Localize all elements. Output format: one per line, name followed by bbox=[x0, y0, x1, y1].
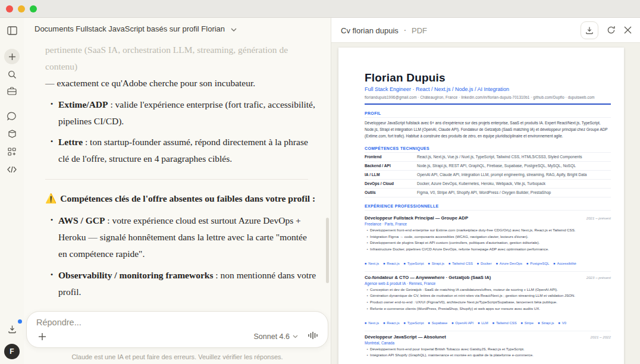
skill-tag: LLM bbox=[478, 321, 488, 325]
skill-tag: TypeScript bbox=[404, 321, 424, 325]
skill-tag: Stripe bbox=[521, 321, 534, 325]
skill-tag: Strapi.js bbox=[538, 321, 554, 325]
job-title: Développeur Fullstack Principal — Groupe… bbox=[365, 215, 468, 221]
search-icon[interactable] bbox=[4, 67, 20, 82]
notification-dot bbox=[18, 319, 22, 324]
skill-tag: Azure DevOps bbox=[496, 262, 522, 265]
warning-heading: ⚠️Compétences clés de l'offre absentes o… bbox=[45, 190, 316, 208]
job-period: 2023 – présent bbox=[586, 275, 611, 280]
bullet-text: : ton startup-founder assumé, répond dir… bbox=[58, 137, 308, 164]
chat-message-area[interactable]: pertinente (SaaS IA, orchestration LLM, … bbox=[24, 39, 331, 305]
bullet-lead: AWS / GCP bbox=[58, 215, 105, 225]
preview-title: Cv florian dupuis bbox=[341, 26, 399, 35]
bullet-lead: Extime/ADP bbox=[58, 99, 108, 109]
job-tags: Next.jsReact.jsTypeScriptSupabaseOpenAI … bbox=[365, 313, 611, 329]
model-selector[interactable]: Sonnet 4.6 bbox=[254, 332, 298, 341]
download-pdf-button[interactable] bbox=[581, 21, 598, 39]
refresh-button[interactable] bbox=[607, 26, 616, 34]
downloads-icon[interactable] bbox=[4, 321, 20, 337]
reply-input[interactable] bbox=[36, 318, 318, 327]
pdf-viewport[interactable]: Florian Dupuis Full Stack Engineer · Rea… bbox=[331, 43, 640, 364]
skill-category: Backend / API bbox=[365, 164, 417, 168]
profil-text: Développeur JavaScript fullstack avec 6+… bbox=[365, 120, 611, 140]
projects-icon[interactable] bbox=[4, 83, 20, 99]
connectors-icon[interactable] bbox=[4, 144, 20, 159]
job-bullet: •Développement de plugins Strapi et API … bbox=[365, 240, 611, 246]
minimize-window-button[interactable] bbox=[18, 5, 25, 12]
app-window: F Documents Fullstack JavaScript basés s… bbox=[0, 0, 640, 364]
job-bullet: •Développement front-end enterprise sur … bbox=[365, 227, 611, 234]
section-heading-skills: COMPÉTENCES TECHNIQUES bbox=[365, 146, 611, 153]
job-title: Développeur JavaScript — Absolunet bbox=[365, 334, 446, 340]
skill-category: IA / LLM bbox=[365, 172, 417, 177]
chevron-down-icon bbox=[293, 335, 298, 338]
attach-plus-icon[interactable] bbox=[36, 331, 48, 343]
sidebar-rail: F bbox=[0, 18, 24, 364]
job-bullet: •Product owner end-to-end : UX/UI (Figma… bbox=[365, 299, 611, 306]
skill-tag: OpenAI API bbox=[451, 321, 473, 325]
job-tags: GatsbyJSReact.jsTypeScriptShopifyGraphQL… bbox=[365, 360, 611, 364]
zoom-window-button[interactable] bbox=[30, 5, 37, 12]
job-entry: Co-fondateur & CTO — Anywwwhere · Getzat… bbox=[365, 271, 611, 329]
user-avatar[interactable]: F bbox=[4, 344, 20, 359]
skills-table: FrontendReact.js, Next.js, Vue.js / Nuxt… bbox=[365, 153, 611, 197]
job-bullet: •Développement front-end pour Imperial B… bbox=[365, 346, 611, 353]
skill-list: OpenAI API, Claude API, intégration LLM,… bbox=[417, 172, 586, 177]
table-row: DevOps / CloudDocker, Azure DevOps, Kube… bbox=[365, 180, 611, 189]
chat-scrollbar[interactable] bbox=[326, 218, 329, 283]
code-icon[interactable] bbox=[4, 162, 20, 177]
table-row: OutilsFigma, V0, Stripe API, Shopify API… bbox=[365, 189, 611, 197]
skill-tag: Next.js bbox=[365, 321, 379, 325]
skill-tag: React.js bbox=[383, 321, 399, 325]
composer[interactable]: Sonnet 4.6 bbox=[26, 311, 328, 348]
skill-tag: Tailwind CSS bbox=[448, 262, 473, 265]
close-preview-button[interactable] bbox=[624, 26, 632, 34]
table-row: FrontendReact.js, Next.js, Vue.js / Nuxt… bbox=[365, 153, 611, 162]
job-bullet: •Intégration API Shopify (GraphQL), main… bbox=[365, 352, 611, 359]
skill-category: DevOps / Cloud bbox=[365, 181, 417, 186]
download-icon bbox=[585, 26, 594, 34]
skill-tag: Accessibilité bbox=[553, 262, 576, 265]
bullet-marker: • bbox=[45, 134, 58, 167]
resume-headline: Full Stack Engineer · React / Next.js / … bbox=[365, 86, 611, 92]
resume-name: Florian Dupuis bbox=[365, 71, 611, 84]
chats-icon[interactable] bbox=[4, 108, 20, 124]
voice-input-icon[interactable] bbox=[308, 331, 318, 342]
document-preview-panel: Cv florian dupuis · PDF Florian Dupuis F… bbox=[331, 18, 640, 364]
job-period: 2021 – 2022 bbox=[591, 335, 611, 339]
ai-disclaimer: Claude est une IA et peut faire des erre… bbox=[24, 348, 331, 364]
bullet-marker: • bbox=[45, 96, 58, 130]
job-location: Montréal, Canada bbox=[365, 341, 611, 345]
preview-title-separator: · bbox=[403, 25, 406, 35]
refresh-icon bbox=[607, 26, 616, 34]
job-bullet: •Génération dynamique de CV, lettres de … bbox=[365, 293, 611, 299]
message-divider bbox=[45, 179, 308, 180]
table-row: Backend / APINode.js, Strapi.js, REST AP… bbox=[365, 162, 611, 171]
resume-contact: floriandupuis1996@gmail.com · Châteaugir… bbox=[365, 95, 611, 99]
close-icon bbox=[624, 26, 632, 34]
artifacts-icon[interactable] bbox=[4, 126, 20, 142]
skill-tag: Supabase bbox=[428, 321, 448, 325]
titlebar bbox=[0, 0, 640, 18]
chat-header: Documents Fullstack JavaScript basés sur… bbox=[24, 18, 331, 39]
chevron-down-icon[interactable] bbox=[231, 23, 237, 34]
skill-tag: Docker bbox=[477, 262, 492, 265]
sidebar-toggle-icon[interactable] bbox=[4, 23, 20, 38]
job-bullet: •Conception et dev de Getzatjob : SaaS d… bbox=[365, 287, 611, 293]
close-window-button[interactable] bbox=[6, 5, 13, 12]
skill-tag: Strapi.js bbox=[428, 262, 444, 265]
skill-tag: Tailwind CSS bbox=[492, 321, 517, 325]
job-location: Freelance · Paris, France bbox=[365, 222, 611, 226]
job-bullet: •Refonte e-commerce clients (WordPress, … bbox=[365, 306, 611, 312]
skill-category: Frontend bbox=[365, 155, 417, 159]
table-row: IA / LLMOpenAI API, Claude API, intégrat… bbox=[365, 171, 611, 180]
list-item: • AWS / GCP : votre expérience cloud est… bbox=[45, 212, 316, 262]
conversation-title[interactable]: Documents Fullstack JavaScript basés sur… bbox=[34, 24, 225, 33]
job-bullet: •Intégration Figma → code, composants ac… bbox=[365, 234, 611, 240]
new-chat-button[interactable] bbox=[4, 49, 20, 64]
skill-tag: TypeScript bbox=[404, 262, 424, 265]
pdf-page: Florian Dupuis Full Stack Engineer · Rea… bbox=[338, 48, 624, 364]
message-text: — exactement ce qu'Adobe cherche pour so… bbox=[45, 75, 316, 92]
section-heading-profil: PROFIL bbox=[365, 111, 611, 118]
job-tags: Next.jsReact.jsTypeScriptStrapi.jsTailwi… bbox=[365, 254, 611, 269]
